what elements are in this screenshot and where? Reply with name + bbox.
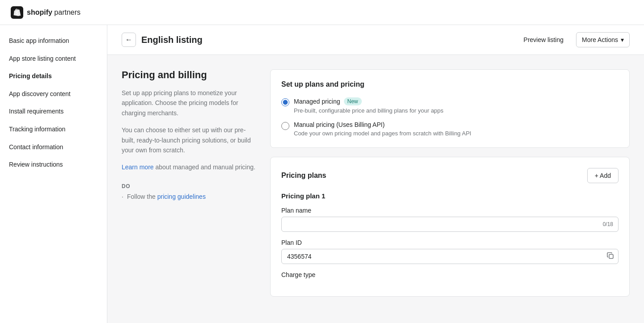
sidebar-item-tracking-info[interactable]: Tracking information — [0, 121, 107, 138]
page-header: ← English listing Preview listing More A… — [107, 25, 644, 55]
managed-pricing-label[interactable]: Managed pricing — [294, 98, 340, 105]
pricing-setup-card-title: Set up plans and pricing — [281, 80, 619, 88]
right-column: Set up plans and pricing Managed pricing… — [270, 69, 630, 306]
description-3: Learn more about managed and manual pric… — [122, 162, 256, 172]
main-content: ← English listing Preview listing More A… — [107, 25, 644, 323]
more-actions-label: More Actions — [582, 36, 618, 43]
plan-name-input-wrapper: 0/18 — [281, 217, 619, 232]
plan-id-field: Plan ID — [281, 239, 619, 264]
sidebar-item-basic-app-info[interactable]: Basic app information — [0, 32, 107, 50]
description-1: Set up app pricing plans to monetize you… — [122, 88, 256, 118]
sidebar-item-install-requirements[interactable]: Install requirements — [0, 103, 107, 121]
manual-pricing-label[interactable]: Manual pricing (Uses Billing API) — [294, 121, 385, 128]
manual-pricing-option: Manual pricing (Uses Billing API) Code y… — [281, 121, 619, 137]
section-title: Pricing and billing — [122, 69, 256, 81]
page-header-left: ← English listing — [122, 33, 203, 47]
managed-pricing-label-group: Managed pricing New Pre-built, configura… — [294, 97, 444, 114]
pricing-plans-card: Pricing plans + Add Pricing plan 1 Plan … — [270, 157, 630, 297]
new-badge: New — [344, 97, 362, 105]
sidebar-item-app-store-listing[interactable]: App store listing content — [0, 50, 107, 68]
page-header-right: Preview listing More Actions ▾ — [518, 32, 630, 47]
managed-pricing-label-row: Managed pricing New — [294, 97, 444, 105]
plan-name-field: Plan name 0/18 — [281, 207, 619, 232]
sidebar-item-contact-info[interactable]: Contact information — [0, 138, 107, 156]
left-column: Pricing and billing Set up app pricing p… — [122, 69, 256, 306]
plan-id-input[interactable] — [281, 249, 619, 264]
sidebar: Basic app information App store listing … — [0, 25, 107, 323]
sidebar-item-app-discovery[interactable]: App discovery content — [0, 85, 107, 103]
description-2: You can choose to either set up with our… — [122, 125, 256, 155]
page-body: Pricing and billing Set up app pricing p… — [107, 55, 644, 320]
manual-pricing-radio[interactable] — [281, 122, 289, 130]
pricing-plans-header: Pricing plans + Add — [281, 168, 619, 183]
preview-listing-button[interactable]: Preview listing — [518, 33, 569, 47]
do-section: DO Follow the pricing guidelines — [122, 183, 256, 200]
sidebar-item-review-instructions[interactable]: Review instructions — [0, 156, 107, 174]
plan-id-label: Plan ID — [281, 239, 619, 246]
shopify-logo-icon: S — [11, 6, 23, 19]
plan-name-label: Plan name — [281, 207, 619, 214]
add-pricing-plan-button[interactable]: + Add — [587, 168, 619, 183]
managed-pricing-option: Managed pricing New Pre-built, configura… — [281, 97, 619, 114]
topbar: S shopify partners — [0, 0, 644, 25]
do-list: Follow the pricing guidelines — [122, 193, 256, 200]
logo: S shopify partners — [11, 6, 80, 19]
logo-text: shopify partners — [27, 8, 80, 17]
app-layout: Basic app information App store listing … — [0, 25, 644, 323]
plan-name-input[interactable] — [281, 217, 619, 232]
pricing-plan-1-title: Pricing plan 1 — [281, 192, 619, 200]
back-button[interactable]: ← — [122, 33, 136, 47]
page-title: English listing — [141, 35, 203, 45]
do-label: DO — [122, 183, 256, 189]
managed-pricing-description: Pre-built, configurable price and billin… — [294, 107, 444, 114]
pricing-setup-card: Set up plans and pricing Managed pricing… — [270, 69, 630, 148]
managed-pricing-radio[interactable] — [281, 98, 289, 106]
charge-type-field: Charge type — [281, 271, 619, 278]
plan-id-input-wrapper — [281, 249, 619, 264]
pricing-guidelines-link[interactable]: pricing guidelines — [157, 193, 206, 200]
manual-pricing-label-row: Manual pricing (Uses Billing API) — [294, 121, 471, 128]
more-actions-button[interactable]: More Actions ▾ — [576, 32, 630, 47]
sidebar-item-pricing-details[interactable]: Pricing details — [0, 67, 107, 85]
pricing-plans-title: Pricing plans — [281, 172, 326, 180]
charge-type-label: Charge type — [281, 271, 619, 278]
chevron-down-icon: ▾ — [621, 36, 624, 43]
manual-pricing-label-group: Manual pricing (Uses Billing API) Code y… — [294, 121, 471, 137]
svg-text:S: S — [16, 11, 19, 16]
manual-pricing-description: Code your own pricing model and pages fr… — [294, 130, 471, 137]
do-list-item: Follow the pricing guidelines — [122, 193, 256, 200]
learn-more-link[interactable]: Learn more — [122, 164, 154, 171]
